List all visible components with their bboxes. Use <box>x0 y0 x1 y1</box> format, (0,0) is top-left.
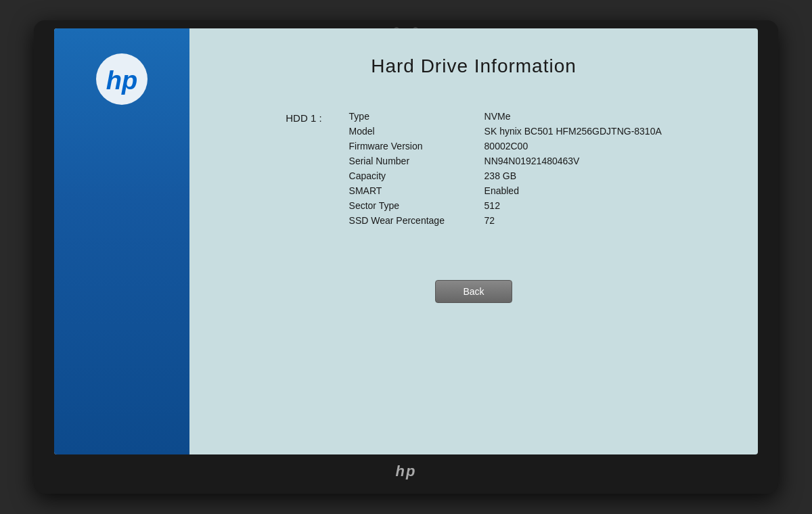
table-row: SSD Wear Percentage72 <box>349 215 662 226</box>
info-value: Enabled <box>484 185 519 196</box>
sidebar: hp <box>54 28 189 454</box>
info-key: Firmware Version <box>349 141 457 151</box>
info-key: Capacity <box>349 170 457 181</box>
monitor-bottom: hp <box>396 454 417 486</box>
back-button-container: Back <box>435 280 512 303</box>
info-value: 512 <box>484 200 500 211</box>
hdd-section: HDD 1 : TypeNVMeModelSK hynix BC501 HFM2… <box>286 111 662 226</box>
info-container: HDD 1 : TypeNVMeModelSK hynix BC501 HFM2… <box>223 111 724 226</box>
info-value: 72 <box>484 215 495 226</box>
table-row: ModelSK hynix BC501 HFM256GDJTNG-8310A <box>349 126 662 137</box>
info-value: 80002C00 <box>484 141 528 151</box>
info-key: SSD Wear Percentage <box>349 215 457 226</box>
page-title: Hard Drive Information <box>371 55 577 77</box>
table-row: Serial NumberNN94N01921480463V <box>349 156 662 166</box>
info-key: Sector Type <box>349 200 457 211</box>
back-button[interactable]: Back <box>435 280 512 303</box>
info-value: NVMe <box>484 111 511 122</box>
table-row: Firmware Version80002C00 <box>349 141 662 151</box>
info-value: NN94N01921480463V <box>484 156 580 166</box>
hp-logo: hp <box>91 49 152 110</box>
table-row: TypeNVMe <box>349 111 662 122</box>
monitor-outer: BANG & OLUFSEN hp Hard Drive Information… <box>34 20 778 494</box>
info-key: Type <box>349 111 457 122</box>
hp-bottom-logo: hp <box>396 463 417 480</box>
table-row: Capacity238 GB <box>349 170 662 181</box>
info-value: SK hynix BC501 HFM256GDJTNG-8310A <box>484 126 662 137</box>
info-value: 238 GB <box>484 170 516 181</box>
table-row: SMARTEnabled <box>349 185 662 196</box>
info-table: TypeNVMeModelSK hynix BC501 HFM256GDJTNG… <box>349 111 662 226</box>
table-row: Sector Type512 <box>349 200 662 211</box>
info-key: Serial Number <box>349 156 457 166</box>
main-content: Hard Drive Information HDD 1 : TypeNVMeM… <box>189 28 758 454</box>
info-key: Model <box>349 126 457 137</box>
screen: hp Hard Drive Information HDD 1 : TypeNV… <box>54 28 758 454</box>
svg-text:hp: hp <box>106 66 137 95</box>
info-key: SMART <box>349 185 457 196</box>
hdd-label: HDD 1 : <box>286 111 321 226</box>
